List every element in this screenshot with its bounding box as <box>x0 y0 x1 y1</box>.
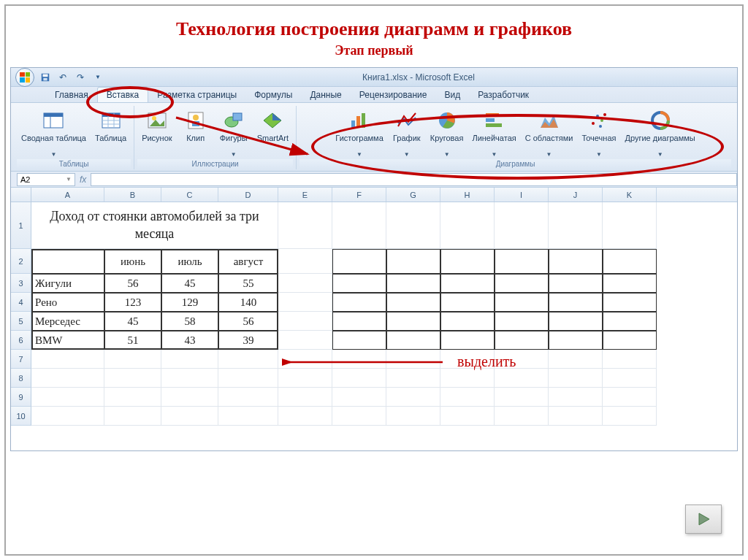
cell[interactable] <box>332 388 386 407</box>
cell[interactable]: июнь <box>104 249 161 274</box>
scatter-chart-button[interactable]: Точечная ▼ <box>579 107 619 159</box>
cell[interactable]: 45 <box>161 274 218 293</box>
pie-chart-button[interactable]: Круговая ▼ <box>427 107 467 159</box>
cell[interactable]: 39 <box>218 331 278 350</box>
cell[interactable] <box>278 388 332 407</box>
cell[interactable] <box>31 350 104 369</box>
row-header[interactable]: 3 <box>11 274 31 293</box>
cell[interactable] <box>386 293 440 312</box>
cell[interactable] <box>332 293 386 312</box>
cell[interactable] <box>386 274 440 293</box>
cell[interactable] <box>278 249 332 274</box>
cell[interactable] <box>161 407 218 426</box>
cell[interactable] <box>386 369 440 388</box>
table-button[interactable]: Таблица <box>92 107 129 159</box>
cell[interactable] <box>495 331 549 350</box>
cell[interactable] <box>440 331 495 350</box>
undo-icon[interactable]: ↶ <box>56 71 69 84</box>
cell[interactable] <box>278 350 332 369</box>
cell[interactable] <box>386 249 440 274</box>
cell[interactable] <box>218 388 278 407</box>
cell[interactable] <box>549 388 603 407</box>
cell[interactable] <box>603 388 657 407</box>
cell[interactable] <box>440 202 495 249</box>
col-header[interactable]: E <box>278 188 332 202</box>
row-header[interactable]: 1 <box>11 202 31 249</box>
cell[interactable] <box>161 350 218 369</box>
office-button[interactable] <box>15 68 34 87</box>
row-header[interactable]: 8 <box>11 369 31 388</box>
cell[interactable] <box>495 407 549 426</box>
col-header[interactable]: B <box>104 188 161 202</box>
cell[interactable] <box>278 369 332 388</box>
cell[interactable] <box>104 388 161 407</box>
table-title-cell[interactable]: Доход от стоянки автомобилей за три меся… <box>31 202 278 249</box>
tab-review[interactable]: Рецензирование <box>351 88 436 102</box>
tab-home[interactable]: Главная <box>46 88 97 102</box>
col-header[interactable]: D <box>218 188 278 202</box>
cell[interactable] <box>440 388 495 407</box>
cell[interactable] <box>161 369 218 388</box>
column-chart-button[interactable]: Гистограмма ▼ <box>332 107 386 159</box>
row-header[interactable]: 6 <box>11 331 31 350</box>
cell[interactable] <box>332 312 386 331</box>
cell[interactable] <box>332 274 386 293</box>
tab-data[interactable]: Данные <box>301 88 350 102</box>
cell[interactable] <box>278 293 332 312</box>
cell[interactable] <box>332 331 386 350</box>
cell[interactable] <box>278 274 332 293</box>
cell[interactable]: июль <box>161 249 218 274</box>
bar-chart-button[interactable]: Линейчатая ▼ <box>469 107 519 159</box>
pivot-table-button[interactable]: Сводная таблица ▼ <box>18 107 89 159</box>
tab-view[interactable]: Вид <box>435 88 469 102</box>
tab-insert[interactable]: Вставка <box>97 87 149 102</box>
cell[interactable] <box>104 407 161 426</box>
col-header[interactable]: I <box>495 188 549 202</box>
cell[interactable] <box>495 388 549 407</box>
cell[interactable] <box>31 249 104 274</box>
cell[interactable] <box>549 350 603 369</box>
cell[interactable] <box>440 407 495 426</box>
cell[interactable] <box>104 350 161 369</box>
cell[interactable] <box>332 249 386 274</box>
cell[interactable] <box>440 369 495 388</box>
cell[interactable] <box>332 350 386 369</box>
cell[interactable] <box>278 331 332 350</box>
name-box[interactable]: A2 ▼ <box>17 173 75 186</box>
cell[interactable] <box>104 369 161 388</box>
cell[interactable] <box>549 331 603 350</box>
col-header[interactable]: G <box>386 188 440 202</box>
cell[interactable] <box>603 249 657 274</box>
tab-layout[interactable]: Разметка страницы <box>148 88 245 102</box>
row-header[interactable]: 2 <box>11 249 31 274</box>
cell[interactable] <box>332 407 386 426</box>
cell[interactable]: 51 <box>104 331 161 350</box>
cell[interactable] <box>31 388 104 407</box>
redo-icon[interactable]: ↷ <box>74 71 87 84</box>
cell[interactable] <box>386 388 440 407</box>
cell[interactable] <box>440 249 495 274</box>
cell[interactable] <box>386 331 440 350</box>
row-header[interactable]: 5 <box>11 312 31 331</box>
cell[interactable] <box>495 274 549 293</box>
cell[interactable] <box>332 202 386 249</box>
cell[interactable] <box>386 350 440 369</box>
cell[interactable]: Жигули <box>31 274 104 293</box>
cell[interactable] <box>549 274 603 293</box>
worksheet-grid[interactable]: A B C D E F G H I J K 1 Доход от стоянки… <box>11 188 737 450</box>
cell[interactable] <box>218 369 278 388</box>
shapes-button[interactable]: Фигуры ▼ <box>216 107 251 159</box>
cell[interactable] <box>161 388 218 407</box>
cell[interactable] <box>549 312 603 331</box>
cell[interactable] <box>495 202 549 249</box>
cell[interactable]: 123 <box>104 293 161 312</box>
cell[interactable] <box>218 350 278 369</box>
cell[interactable] <box>549 249 603 274</box>
cell[interactable] <box>603 350 657 369</box>
cell[interactable]: 129 <box>161 293 218 312</box>
cell[interactable] <box>495 312 549 331</box>
tab-developer[interactable]: Разработчик <box>469 88 538 102</box>
line-chart-button[interactable]: График ▼ <box>389 107 424 159</box>
cell[interactable] <box>495 249 549 274</box>
cell[interactable] <box>603 274 657 293</box>
